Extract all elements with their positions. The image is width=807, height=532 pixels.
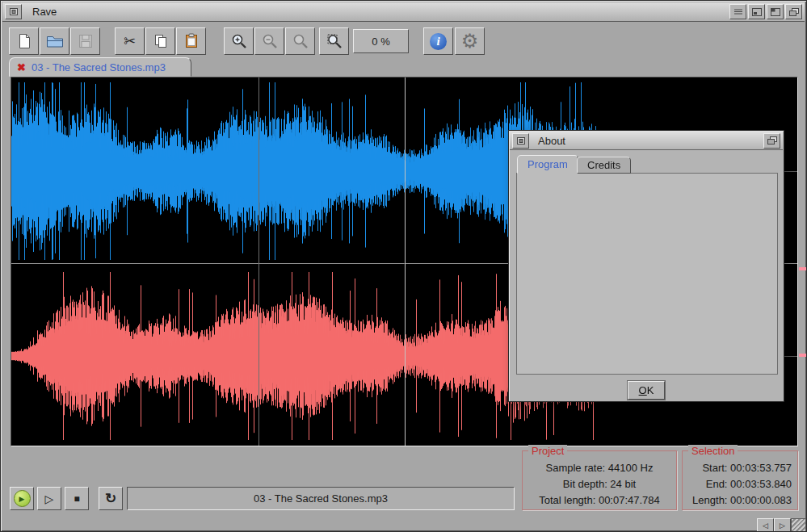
selection-length: Length: 00:00:00.083 <box>683 492 792 509</box>
info-icon: i <box>430 33 447 50</box>
copy-icon <box>153 33 169 49</box>
zoom-in-button[interactable] <box>224 27 254 55</box>
about-titlebar[interactable]: About <box>510 132 783 150</box>
resize-grip[interactable] <box>791 518 806 532</box>
selection-start: Start: 00:03:53.757 <box>683 460 792 476</box>
zoom-fit-icon <box>292 32 309 50</box>
shade-gadget[interactable] <box>729 4 746 19</box>
new-file-icon <box>16 33 32 49</box>
project-bit-depth: Bit depth: 24 bit <box>523 476 676 492</box>
project-legend: Project <box>528 445 567 457</box>
play-button[interactable]: ▷ <box>37 487 61 510</box>
settings-button[interactable]: ⚙ <box>455 27 485 55</box>
ok-button[interactable]: OK <box>628 381 665 400</box>
project-total-length: Total length: 00:07:47.784 <box>523 492 676 509</box>
copy-button[interactable] <box>145 27 175 55</box>
about-close-icon <box>517 137 525 145</box>
scroll-right-button[interactable]: ▷ <box>774 518 791 532</box>
zoom-selection-button[interactable] <box>319 27 349 55</box>
close-gadget[interactable] <box>5 4 22 19</box>
cut-button[interactable]: ✂ <box>115 27 145 55</box>
about-close-gadget[interactable] <box>512 133 529 149</box>
document-tab[interactable]: ✖ 03 - The Sacred Stones.mp3 <box>9 57 191 77</box>
save-button[interactable] <box>70 27 100 55</box>
zoom-fit-button[interactable] <box>285 27 315 55</box>
rave-window: Rave ✂ 0 <box>0 0 807 532</box>
open-folder-icon <box>46 33 64 49</box>
scroll-right-icon: ▷ <box>780 522 785 530</box>
save-disk-icon <box>78 33 94 49</box>
scroll-left-button[interactable]: ◁ <box>757 518 774 532</box>
selection-end: End: 00:03:53.840 <box>683 476 792 492</box>
zoom-in-icon <box>230 32 248 50</box>
stop-button[interactable]: ■ <box>65 487 89 510</box>
titlebar[interactable]: Rave <box>2 2 805 22</box>
zoom-selection-icon <box>326 32 343 50</box>
window-title: Rave <box>32 6 57 18</box>
about-depth-icon <box>767 136 777 145</box>
zoom-out-icon <box>261 32 279 50</box>
cut-icon: ✂ <box>124 32 136 50</box>
selection-legend: Selection <box>688 445 738 457</box>
about-depth-gadget[interactable] <box>763 133 780 149</box>
loop-button[interactable]: ↻ <box>99 487 123 510</box>
tab-label: 03 - The Sacred Stones.mp3 <box>32 61 166 73</box>
paste-button[interactable] <box>176 27 206 55</box>
open-button[interactable] <box>40 27 69 55</box>
about-title: About <box>538 135 565 147</box>
tab-program[interactable]: Program <box>517 155 578 174</box>
selection-marker-top <box>799 267 806 270</box>
project-group: Project Sample rate: 44100 Hz Bit depth:… <box>522 450 677 510</box>
zoom-gadget[interactable] <box>767 4 784 19</box>
iconify-icon <box>752 8 762 16</box>
selection-marker-bottom <box>799 354 806 357</box>
zoom-window-icon <box>771 8 780 16</box>
paste-clipboard-icon <box>183 33 200 49</box>
loop-icon: ↻ <box>105 490 116 507</box>
play-icon: ▷ <box>45 492 54 505</box>
close-icon <box>10 8 18 15</box>
shade-icon <box>733 8 743 15</box>
tab-credits[interactable]: Credits <box>577 157 631 174</box>
zoom-out-button[interactable] <box>254 27 284 55</box>
now-playing-filename: 03 - The Sacred Stones.mp3 <box>254 492 388 505</box>
depth-gadget[interactable] <box>785 4 802 19</box>
scroll-left-icon: ◁ <box>763 522 768 530</box>
about-panel <box>516 173 778 375</box>
stop-icon: ■ <box>74 493 79 505</box>
zoom-readout: 0 % <box>353 29 409 53</box>
project-sample-rate: Sample rate: 44100 Hz <box>523 460 676 476</box>
play-all-button[interactable]: ▶ <box>10 487 34 510</box>
now-playing-bar: 03 - The Sacred Stones.mp3 <box>127 487 515 510</box>
gear-icon: ⚙ <box>461 31 479 51</box>
new-button[interactable] <box>9 27 39 55</box>
info-button[interactable]: i <box>423 27 453 55</box>
about-dialog: About Program Credits rave AUDIO EDITOR … <box>508 130 784 402</box>
tab-close-icon[interactable]: ✖ <box>17 61 26 73</box>
iconify-gadget[interactable] <box>748 4 765 19</box>
depth-icon <box>789 8 799 16</box>
play-green-icon: ▶ <box>14 490 31 507</box>
selection-group: Selection Start: 00:03:53.757 End: 00:03… <box>682 450 798 510</box>
